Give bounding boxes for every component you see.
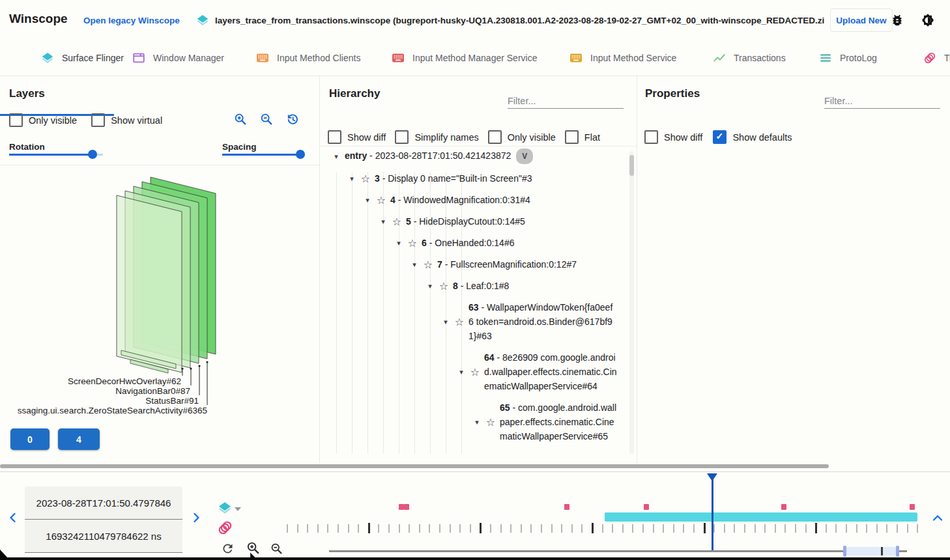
tab-transactions[interactable]: Transactions [712, 40, 786, 76]
expand-chevron-icon[interactable]: ▾ [393, 239, 405, 247]
checkbox-checked-icon[interactable] [713, 130, 727, 144]
zoom-out-icon[interactable] [259, 112, 274, 126]
timeline-tick [388, 524, 390, 533]
hierarchy-filter-input[interactable] [508, 94, 624, 109]
rotation-slider[interactable] [9, 150, 103, 159]
tree-node-5[interactable]: ▾☆5 - HideDisplayCutout:0:14#5 [320, 214, 637, 229]
checkbox-unchecked-icon[interactable] [91, 113, 105, 127]
expand-chevron-icon[interactable]: ▾ [377, 217, 389, 226]
transition-marker[interactable] [564, 504, 569, 510]
spacing-slider[interactable] [222, 150, 305, 159]
zoom-range-right-handle[interactable] [896, 546, 899, 557]
tab-surface-flinger[interactable]: Surface Flinger [40, 40, 124, 76]
tree-node-6[interactable]: ▾☆6 - OneHanded:0:14#6 [320, 236, 637, 250]
tree-node-entry[interactable]: ▾entry - 2023-08-28T17:01:50.421423872V [320, 148, 637, 164]
expand-chevron-icon[interactable]: ▾ [440, 318, 452, 326]
ns-timestamp-field[interactable]: 1693242110479784622 ns [25, 520, 182, 553]
tree-node-65[interactable]: ▾☆65 - com.google.android.wallpaper.effe… [320, 400, 637, 443]
tab-input-method-service[interactable]: Input Method Service [569, 40, 676, 76]
checkbox-only-visible[interactable]: Only visible [488, 130, 556, 144]
upload-new-button[interactable]: Upload New [830, 8, 893, 32]
human-timestamp-field[interactable]: 2023-08-28T17:01:50.4797846 [25, 486, 182, 520]
checkbox-unchecked-icon[interactable] [9, 113, 23, 127]
timeline-tick [642, 524, 644, 533]
display-button-4[interactable]: 4 [58, 428, 100, 450]
tree-node-4[interactable]: ▾☆4 - WindowedMagnification:0:31#4 [320, 193, 637, 207]
bug-report-icon[interactable] [890, 13, 904, 27]
layer-label: ssaging.ui.search.ZeroStateSearchActivit… [18, 406, 207, 415]
expand-chevron-icon[interactable]: ▾ [330, 152, 342, 161]
tree-node-8[interactable]: ▾☆8 - Leaf:0:1#8 [320, 279, 637, 293]
pin-star-icon[interactable]: ☆ [406, 237, 419, 249]
display-button-0[interactable]: 0 [10, 428, 50, 450]
checkbox-show-virtual[interactable]: Show virtual [91, 113, 162, 127]
tree-node-3[interactable]: ▾☆3 - Display 0 name="Built-in Screen"#3 [320, 171, 637, 186]
checkbox-unchecked-icon[interactable] [395, 130, 409, 144]
reset-zoom-icon[interactable] [221, 542, 235, 555]
tab-input-method-clients[interactable]: Input Method Clients [255, 40, 360, 76]
expand-chevron-icon[interactable]: ▾ [362, 196, 373, 204]
reset-view-icon[interactable] [285, 112, 300, 126]
pin-star-icon[interactable]: ☆ [484, 416, 497, 428]
expand-chevron-icon[interactable]: ▾ [346, 175, 358, 183]
tab-window-manager[interactable]: Window Manager [132, 40, 224, 76]
checkbox-show-diff[interactable]: Show diff [328, 130, 386, 144]
transition-marker[interactable] [644, 504, 649, 510]
tree-node-64[interactable]: ▾☆64 - 8e26909 com.google.android.wallpa… [320, 350, 637, 393]
tree-node-7[interactable]: ▾☆7 - FullscreenMagnification:0:12#7 [320, 257, 637, 272]
open-legacy-link[interactable]: Open legacy Winscope [83, 16, 180, 25]
pin-star-icon[interactable]: ☆ [437, 280, 450, 292]
checkbox-show-defaults[interactable]: Show defaults [713, 130, 792, 144]
transition-marker[interactable] [399, 504, 404, 510]
zoom-range-left-handle[interactable] [843, 546, 846, 557]
checkbox-show-diff[interactable]: Show diff [644, 130, 702, 144]
tab-input-method-manager-service[interactable]: Input Method Manager Service [391, 40, 537, 76]
checkbox-unchecked-icon[interactable] [328, 130, 341, 144]
surface-flinger-trace-icon[interactable] [217, 500, 233, 516]
checkbox-only-visible[interactable]: Only visible [9, 113, 77, 127]
rotation-slider-thumb[interactable] [88, 150, 97, 159]
pin-star-icon[interactable]: ☆ [468, 366, 482, 378]
tab-tra[interactable]: Tra [923, 40, 950, 76]
expand-chevron-icon[interactable]: ▾ [455, 368, 467, 376]
pin-star-icon[interactable]: ☆ [422, 259, 435, 271]
transition-marker[interactable] [910, 504, 915, 510]
collapse-timeline-icon[interactable] [930, 511, 945, 525]
checkbox-unchecked-icon[interactable] [488, 130, 502, 144]
timeline-tick [358, 524, 359, 533]
pin-star-icon[interactable]: ☆ [390, 216, 403, 228]
expand-chevron-icon[interactable]: ▾ [409, 260, 420, 269]
pin-star-icon[interactable]: ☆ [453, 316, 466, 328]
zoom-out-icon[interactable] [270, 542, 283, 555]
tab-protolog[interactable]: ProtoLog [818, 40, 877, 76]
pin-star-icon[interactable]: ☆ [359, 173, 372, 185]
transition-marker[interactable] [781, 504, 786, 510]
dark-mode-toggle-icon[interactable] [920, 12, 936, 28]
zoom-range-selection[interactable] [844, 547, 897, 555]
expand-chevron-icon[interactable]: ▾ [424, 282, 436, 290]
spacing-slider-thumb[interactable] [296, 150, 305, 159]
timeline-cursor-line[interactable] [712, 473, 713, 552]
scrollbar-thumb[interactable] [629, 155, 634, 176]
zoom-range-track[interactable] [329, 550, 907, 552]
checkbox-flat[interactable]: Flat [565, 130, 600, 144]
checkbox-simplify-names[interactable]: Simplify names [395, 130, 478, 144]
timeline-tick [866, 524, 867, 533]
previous-entry-icon[interactable] [6, 511, 20, 525]
layer-label: NavigationBar0#87 [115, 386, 190, 396]
checkbox-unchecked-icon[interactable] [644, 130, 658, 144]
expand-chevron-icon[interactable]: ▾ [471, 418, 483, 427]
properties-filter-input[interactable] [824, 94, 940, 109]
zoom-in-icon[interactable] [233, 112, 248, 126]
trace-segment[interactable] [605, 512, 917, 522]
transitions-trace-icon[interactable] [216, 519, 234, 537]
tree-node-63[interactable]: ▾☆63 - WallpaperWindowToken{fa0eef6 toke… [320, 300, 637, 343]
horizontal-scrollbar[interactable] [0, 464, 829, 468]
checkbox-unchecked-icon[interactable] [565, 130, 579, 144]
spacing-slider-fill [222, 154, 298, 156]
next-entry-icon[interactable] [189, 511, 203, 525]
pin-star-icon[interactable]: ☆ [375, 194, 388, 206]
transition-marker[interactable] [404, 504, 409, 510]
trace-selector-caret-icon[interactable] [235, 507, 241, 511]
timeline-tick [510, 524, 511, 533]
